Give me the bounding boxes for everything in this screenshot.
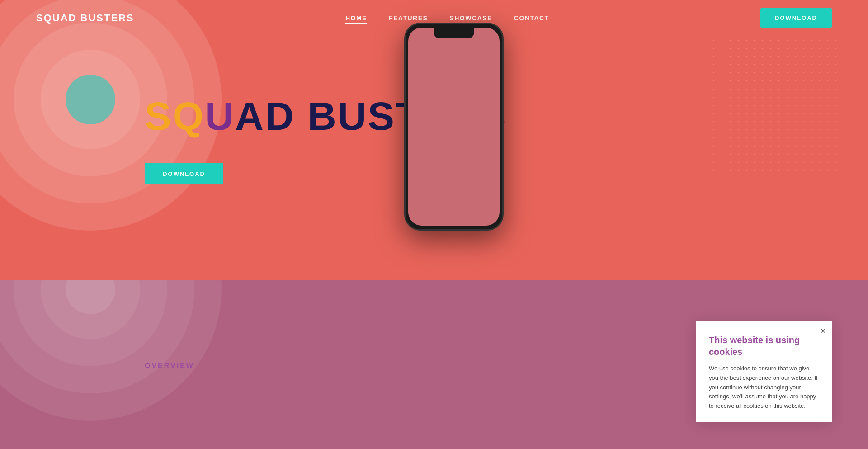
cookie-text: We use cookies to ensure that we give yo…: [709, 364, 819, 411]
nav-contact-link[interactable]: CONTACT: [514, 14, 549, 22]
cookie-close-button[interactable]: ×: [821, 327, 826, 335]
nav-features-link[interactable]: FEATURES: [389, 14, 428, 22]
nav-links: HOME FEATURES SHOWCASE CONTACT: [345, 14, 549, 22]
nav-showcase-link[interactable]: SHOWCASE: [449, 14, 492, 22]
nav-download-button[interactable]: DOWNLOAD: [760, 8, 832, 28]
phone-outer: [404, 23, 504, 231]
hero-download-button[interactable]: DOWNLOAD: [145, 163, 223, 184]
hero-title-u: U: [205, 94, 235, 138]
circle-5: [66, 75, 115, 124]
phone-screen: [408, 28, 500, 226]
overview-label: OVERVIEW: [145, 362, 194, 370]
bottom-circle-1: [0, 280, 222, 421]
hero-title-s: S: [145, 94, 173, 138]
dots-pattern: [710, 36, 845, 172]
bottom-circle-3: [14, 280, 167, 366]
cookie-banner: × This website is using cookies We use c…: [696, 321, 832, 422]
nav-home-link[interactable]: HOME: [345, 14, 367, 24]
hero-title-q: Q: [173, 94, 205, 138]
phone-mockup: [404, 23, 504, 231]
hero-section: SQUAD BUSTERS DOWNLOAD: [0, 0, 868, 280]
bottom-circle-5: [66, 280, 115, 314]
cookie-title: This website is using cookies: [709, 334, 819, 358]
bottom-circle-2: [0, 280, 194, 393]
navbar: SQUAD BUSTERS HOME FEATURES SHOWCASE CON…: [0, 0, 868, 36]
nav-logo: SQUAD BUSTERS: [36, 12, 134, 24]
bottom-circle-4: [41, 280, 140, 339]
